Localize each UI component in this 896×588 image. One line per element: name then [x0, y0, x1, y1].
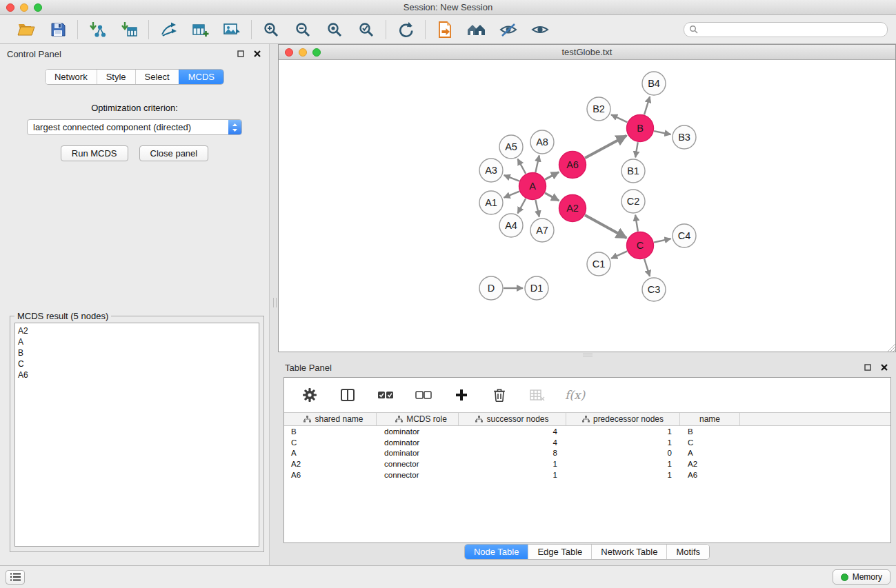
edge-A-A1[interactable] [504, 192, 519, 198]
node-A2[interactable]: A2 [559, 195, 586, 222]
save-session-button[interactable] [48, 19, 68, 41]
zoom-network-window-button[interactable] [312, 48, 321, 57]
table-cell[interactable]: A6 [284, 471, 377, 479]
node-C[interactable]: C [627, 232, 654, 259]
edge-A-A6[interactable] [545, 172, 559, 180]
node-B1[interactable]: B1 [621, 159, 645, 183]
node-C4[interactable]: C4 [673, 224, 696, 247]
table-cell[interactable]: A6 [680, 471, 740, 479]
function-builder-button[interactable]: f(x) [565, 388, 585, 402]
node-D[interactable]: D [479, 276, 503, 300]
table-row[interactable]: Adominator80A [284, 448, 890, 459]
table-cell[interactable]: B [680, 427, 740, 436]
run-mcds-button[interactable]: Run MCDS [61, 145, 128, 161]
zoom-window-button[interactable] [34, 3, 42, 12]
node-C1[interactable]: C1 [587, 252, 610, 276]
new-table-button[interactable] [190, 19, 210, 41]
node-C3[interactable]: C3 [642, 278, 666, 301]
node-A[interactable]: A [519, 173, 546, 200]
table-cell[interactable]: dominator [377, 449, 459, 457]
table-row[interactable]: A2connector11A2 [284, 458, 890, 469]
node-B3[interactable]: B3 [673, 125, 696, 149]
edge-A-A5[interactable] [518, 159, 526, 174]
show-panels-button[interactable] [466, 19, 487, 41]
node-B4[interactable]: B4 [642, 72, 666, 95]
table-cell[interactable]: A2 [680, 460, 740, 468]
edge-A-A7[interactable] [535, 200, 539, 216]
table-cell[interactable]: 4 [459, 438, 566, 447]
tab-network[interactable]: Network [46, 70, 97, 84]
new-network-button[interactable] [158, 19, 179, 41]
edge-B-B1[interactable] [635, 142, 638, 157]
node-D1[interactable]: D1 [525, 276, 548, 300]
mcds-result-item[interactable]: C [18, 358, 259, 369]
close-table-panel-button[interactable] [879, 363, 889, 372]
import-network-database-button[interactable] [435, 19, 455, 41]
table-cell[interactable]: 1 [459, 460, 566, 468]
node-A6[interactable]: A6 [559, 152, 586, 179]
table-cell[interactable]: 1 [566, 471, 680, 479]
table-cell[interactable]: dominator [377, 438, 459, 447]
edge-A-A4[interactable] [518, 199, 526, 213]
tab-mcds[interactable]: MCDS [179, 70, 223, 84]
table-cell[interactable]: connector [377, 471, 459, 479]
close-window-button[interactable] [6, 3, 14, 12]
close-panel-button[interactable] [252, 49, 262, 59]
table-row[interactable]: Cdominator41C [284, 437, 890, 448]
tab-edge-table[interactable]: Edge Table [528, 545, 591, 559]
table-cell[interactable]: 8 [459, 449, 566, 457]
search-input[interactable] [684, 22, 888, 37]
table-cell[interactable]: C [284, 438, 377, 447]
edge-A-A2[interactable] [545, 193, 559, 201]
table-cell[interactable]: A [284, 449, 377, 457]
table-row[interactable]: Bdominator41B [284, 426, 890, 437]
minimize-window-button[interactable] [20, 3, 28, 12]
table-row[interactable]: A6connector11A6 [284, 469, 890, 480]
table-cell[interactable]: 1 [459, 471, 566, 479]
refresh-layout-button[interactable] [395, 19, 416, 41]
edge-A-A8[interactable] [535, 156, 539, 172]
deselect-all-button[interactable] [413, 384, 434, 406]
float-table-panel-button[interactable] [863, 363, 873, 372]
float-panel-button[interactable] [236, 49, 246, 59]
mcds-result-list[interactable]: A2ABCA6 [14, 323, 259, 547]
graphics-details-button[interactable] [498, 19, 519, 41]
criterion-dropdown[interactable]: largest connected component (directed) [27, 119, 242, 135]
edge-B-B2[interactable] [611, 114, 627, 122]
tab-select[interactable]: Select [135, 70, 179, 84]
edge-A-A3[interactable] [504, 175, 519, 181]
zoom-in-button[interactable] [261, 19, 281, 41]
node-A5[interactable]: A5 [499, 135, 523, 159]
mcds-result-item[interactable]: A6 [18, 369, 259, 381]
mcds-result-item[interactable]: A [18, 336, 259, 347]
vertical-splitter-grip[interactable] [273, 298, 277, 307]
table-cell[interactable]: 1 [566, 438, 680, 447]
export-image-button[interactable] [221, 19, 242, 41]
node-A3[interactable]: A3 [479, 159, 503, 182]
edge-A6-B[interactable] [585, 136, 626, 159]
mcds-result-item[interactable]: A2 [18, 325, 259, 336]
resize-handle[interactable] [886, 343, 895, 352]
table-cell[interactable]: C [680, 438, 740, 447]
edge-C-C3[interactable] [644, 259, 650, 276]
show-hide-view-button[interactable] [530, 19, 550, 41]
show-columns-button[interactable] [337, 384, 358, 406]
tab-motifs[interactable]: Motifs [666, 545, 709, 559]
column-header-mcds-role[interactable]: MCDS role [377, 413, 459, 425]
close-network-window-button[interactable] [285, 48, 293, 57]
node-C2[interactable]: C2 [621, 190, 645, 213]
zoom-out-button[interactable] [292, 19, 313, 41]
mcds-result-item[interactable]: B [18, 347, 259, 358]
table-cell[interactable]: B [284, 427, 377, 436]
minimize-network-window-button[interactable] [299, 48, 307, 57]
column-header-predecessor-nodes[interactable]: predecessor nodes [566, 413, 680, 425]
node-A4[interactable]: A4 [499, 214, 523, 237]
import-table-file-button[interactable] [119, 19, 139, 41]
table-cell[interactable]: 1 [566, 460, 680, 468]
table-cell[interactable]: connector [377, 460, 459, 468]
open-session-button[interactable] [16, 19, 37, 41]
table-cell[interactable]: dominator [377, 427, 459, 436]
show-task-history-button[interactable] [6, 570, 25, 585]
table-cell[interactable]: A2 [284, 460, 377, 468]
table-cell[interactable]: 4 [459, 427, 566, 436]
